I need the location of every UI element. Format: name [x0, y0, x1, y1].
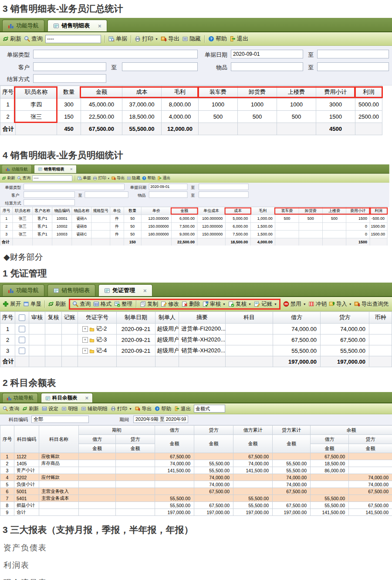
cell [39, 509, 79, 516]
exit-button[interactable]: 退出 [230, 35, 248, 43]
help-button[interactable]: 帮助 [142, 175, 155, 181]
expand-icon[interactable]: + [82, 326, 88, 332]
hide-button[interactable]: 隐藏 [182, 35, 201, 43]
aux-detail-button[interactable]: 辅助明细 [81, 406, 108, 412]
settle-input[interactable] [33, 74, 106, 83]
bill-button[interactable]: 单据 [108, 35, 127, 43]
table-row: 3张三客户110003瓷砖C件50180.0000009,000.00150.0… [0, 230, 387, 238]
close-icon[interactable]: × [70, 167, 72, 171]
tab-function-nav[interactable]: 功能导航 [2, 393, 38, 403]
export-button[interactable]: 导出 [135, 406, 152, 412]
expand-icon[interactable]: + [82, 337, 88, 343]
help-button[interactable]: 帮助 [155, 406, 171, 412]
query-button[interactable]: 查询 [24, 35, 43, 43]
bill-date-from-input[interactable] [231, 50, 303, 58]
tab-sales-detail[interactable]: 销售明细表 [47, 284, 95, 296]
bill-date-from-input[interactable] [149, 184, 188, 190]
delete-button[interactable]: 删除 [182, 300, 200, 308]
row-checkbox[interactable] [19, 337, 25, 343]
organize-button[interactable]: 整理 [114, 300, 132, 308]
cell: 55,500.00 [194, 460, 233, 467]
expand-icon[interactable]: + [82, 348, 88, 354]
column-header-group: 余额 [311, 426, 392, 435]
cell [79, 509, 116, 516]
exit-button[interactable]: 退出 [174, 406, 191, 412]
print-button[interactable]: 打印▼ [93, 175, 110, 181]
bookkeeping-button[interactable]: 记账▼ [254, 300, 277, 308]
review-button[interactable]: 复核▼ [228, 300, 251, 308]
customer-from-input[interactable] [33, 62, 106, 71]
tab-function-nav[interactable]: 功能导航 [2, 20, 44, 31]
refresh-button[interactable]: 刷新 [3, 35, 21, 43]
settle-input[interactable] [24, 199, 74, 205]
copy-button[interactable]: 复制 [140, 300, 158, 308]
close-icon[interactable]: × [85, 395, 89, 401]
bill-date-label: 单据日期 [126, 184, 146, 190]
modify-button[interactable]: 修改 [161, 300, 179, 308]
bill-date-to-input[interactable] [199, 184, 248, 190]
report-link-balance-sheet[interactable]: 资产负债表 [0, 539, 392, 556]
bill-date-to-input[interactable] [317, 50, 389, 58]
period-input[interactable] [133, 416, 188, 423]
item-from-input[interactable] [231, 62, 303, 71]
export-button[interactable]: 导出 [112, 175, 125, 181]
cell: 22,500.00 [172, 238, 197, 246]
cell [369, 324, 392, 334]
bill-button[interactable]: 单据 [78, 175, 91, 181]
cell: 141,500.00 [233, 467, 273, 474]
hide-button[interactable]: 隐藏 [127, 175, 140, 181]
tab-function-nav[interactable]: 功能导航 [2, 165, 32, 173]
exit-button[interactable]: 退出 [157, 175, 171, 181]
display-mode-select[interactable] [194, 405, 225, 413]
detail-button[interactable]: 明细 [61, 406, 78, 412]
refresh-button[interactable]: 刷新 [22, 406, 39, 412]
print-button[interactable]: 打印▼ [111, 406, 132, 412]
report-link-profit[interactable]: 利润表 [0, 556, 392, 574]
cell: 150.000000 [141, 222, 171, 230]
query-button[interactable]: 查询 [3, 406, 19, 412]
audit-button[interactable]: 审核▼ [203, 300, 226, 308]
writeoff-button[interactable]: 冲销 [308, 300, 327, 308]
row-checkbox[interactable] [19, 348, 25, 354]
select-all-checkbox[interactable] [19, 314, 25, 321]
single-view-button[interactable]: 单显 [23, 300, 41, 308]
account-code-input[interactable] [31, 416, 89, 423]
help-icon [142, 176, 146, 180]
close-icon[interactable]: × [143, 287, 147, 294]
settings-button[interactable]: 设定 [42, 406, 58, 412]
item-to-input[interactable] [199, 191, 248, 198]
tab-function-nav[interactable]: 功能导航 [2, 284, 44, 296]
tab-sales-detail[interactable]: 销售明细表× [47, 20, 107, 31]
bill-type-input[interactable] [33, 50, 198, 58]
export-button[interactable]: 导出 [161, 35, 179, 43]
query-input[interactable] [45, 35, 101, 43]
print-button[interactable]: 打印▼ [135, 35, 158, 43]
item-from-input[interactable] [149, 191, 188, 198]
tab-sales-detail[interactable]: 销售明细表× [34, 165, 77, 173]
cell: 74,000.00 [273, 324, 321, 334]
disable-button[interactable]: 禁用▼ [283, 300, 306, 308]
customer-from-input[interactable] [24, 191, 74, 198]
help-button[interactable]: 帮助 [208, 35, 227, 43]
import-button[interactable]: 导入▼ [329, 300, 352, 308]
report-link-cashflow[interactable]: 现金流量表 [0, 574, 392, 580]
item-to-input[interactable] [317, 62, 389, 71]
query-input[interactable] [32, 175, 72, 181]
expand-button[interactable]: 展开 [3, 300, 21, 308]
cell [29, 334, 45, 345]
tab-voucher-management[interactable]: 凭证管理× [98, 284, 152, 296]
cell [79, 453, 116, 460]
format-button[interactable]: 格式 [93, 300, 112, 308]
query-button[interactable]: 查询 [72, 300, 91, 308]
tab-account-balance[interactable]: 科目余额表× [41, 393, 93, 403]
customer-to-input[interactable] [84, 191, 128, 198]
query-button[interactable]: 查询 [17, 175, 30, 181]
refresh-button[interactable]: 刷新 [48, 300, 66, 308]
close-icon[interactable]: × [98, 23, 101, 29]
bill-type-input[interactable] [24, 184, 125, 190]
customer-to-input[interactable] [122, 62, 198, 71]
row-checkbox[interactable] [19, 326, 25, 332]
refresh-button[interactable]: 刷新 [2, 175, 15, 181]
exit-icon [174, 406, 179, 411]
export-query-button[interactable]: 导出查询凭 [354, 300, 389, 308]
